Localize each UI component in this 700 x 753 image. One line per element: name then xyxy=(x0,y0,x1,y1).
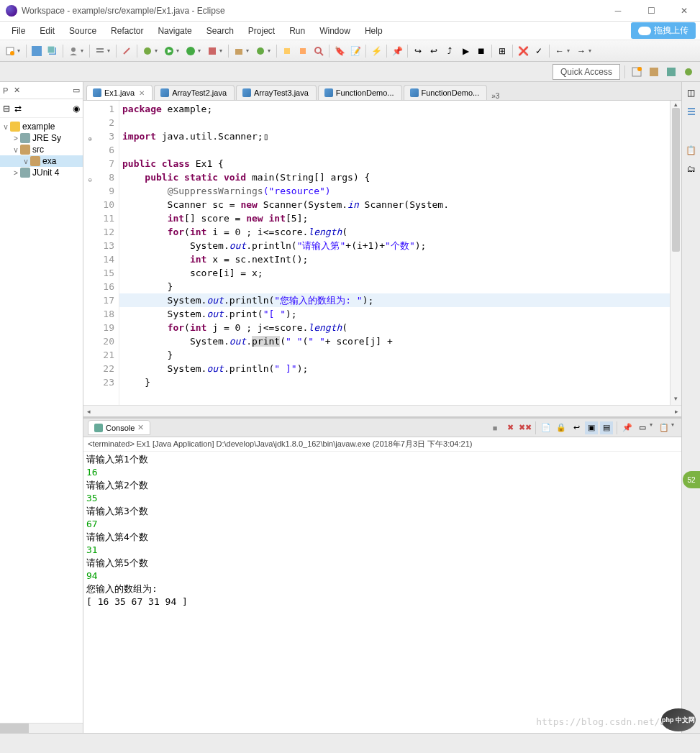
show-console2-button[interactable]: ▤ xyxy=(600,421,613,434)
pin-button[interactable]: 📌 xyxy=(390,44,404,58)
ext-tools-button[interactable] xyxy=(205,44,219,58)
toggle-mark-button[interactable]: 🔖 xyxy=(332,44,347,58)
sidebar-min-icon[interactable]: ▭ xyxy=(73,86,80,95)
menu-edit[interactable]: Edit xyxy=(32,24,62,38)
clear-console-button[interactable]: 📄 xyxy=(540,421,553,434)
menu-project[interactable]: Project xyxy=(241,24,282,38)
menu-window[interactable]: Window xyxy=(312,24,358,38)
link-editor-icon[interactable]: ⇄ xyxy=(14,104,22,114)
search-button[interactable] xyxy=(312,44,326,58)
back-button[interactable]: ← xyxy=(553,44,567,58)
tree-item[interactable]: vexample xyxy=(0,121,83,132)
new-button[interactable] xyxy=(3,44,17,58)
step3-button[interactable]: ⤴ xyxy=(442,44,457,58)
project-tree[interactable]: vexample>JRE Syvsrcvexa>JUnit 4 xyxy=(0,118,83,723)
sidebar-hscroll[interactable] xyxy=(0,723,83,733)
tasklist-icon[interactable]: 📋 xyxy=(685,144,698,157)
sidebar-toolbar: ⊟ ⇄ ◉ xyxy=(0,99,83,118)
scroll-lock-button[interactable]: 🔒 xyxy=(555,421,568,434)
perspective-javaee-button[interactable] xyxy=(664,65,678,79)
new-dropdown[interactable]: ▾ xyxy=(17,47,23,54)
menu-refactor[interactable]: Refactor xyxy=(104,24,150,38)
maximize-button[interactable]: ☐ xyxy=(641,4,661,18)
word-wrap-button[interactable]: ↩ xyxy=(570,421,583,434)
sidebar-tab-label[interactable]: P xyxy=(3,86,8,95)
new-pkg-button[interactable] xyxy=(232,44,246,58)
menu-help[interactable]: Help xyxy=(358,24,390,38)
tree-item[interactable]: >JRE Sy xyxy=(0,132,83,144)
forward-button[interactable]: → xyxy=(574,44,588,58)
console-tab-close-icon[interactable]: ✕ xyxy=(137,423,144,432)
debug-button[interactable] xyxy=(140,44,155,58)
menu-run[interactable]: Run xyxy=(282,24,312,38)
code-content[interactable]: package example;import java.util.Scanner… xyxy=(119,101,670,405)
svg-point-24 xyxy=(685,68,692,76)
open-type-button[interactable] xyxy=(280,44,294,58)
step2-button[interactable]: ↩ xyxy=(427,44,441,58)
editor-vscroll[interactable]: ▴▾ xyxy=(670,101,681,405)
step5-button[interactable]: ⏹ xyxy=(474,44,488,58)
show-console1-button[interactable]: ▣ xyxy=(585,421,598,434)
more-tabs-button[interactable]: »3 xyxy=(491,92,499,100)
editor-tab[interactable]: FunctionDemo... xyxy=(404,85,488,100)
wand-button[interactable] xyxy=(119,44,134,58)
skip-breakpoints-button[interactable]: ⚡ xyxy=(369,44,383,58)
save-button[interactable] xyxy=(29,44,44,58)
expand-button[interactable]: ⊞ xyxy=(495,44,509,58)
coverage-button[interactable] xyxy=(183,44,198,58)
restore-icon[interactable]: ◫ xyxy=(685,86,698,99)
tree-item[interactable]: vsrc xyxy=(0,144,83,155)
bookmarks-icon[interactable]: 🗂 xyxy=(685,163,698,175)
close-button[interactable]: ✕ xyxy=(674,4,694,18)
annotation-button[interactable]: 📝 xyxy=(348,44,363,58)
console-output[interactable]: 请输入第1个数16请输入第2个数35请输入第3个数67请输入第4个数31请输入第… xyxy=(83,452,681,733)
editor-tab[interactable]: FunctionDemo... xyxy=(318,85,402,100)
run-button[interactable] xyxy=(162,44,176,58)
sidebar-tab-close-icon[interactable]: ✕ xyxy=(14,86,20,95)
terminate-button[interactable]: ■ xyxy=(488,421,501,434)
tasks-button[interactable]: ✓ xyxy=(532,44,546,58)
tree-item[interactable]: >JUnit 4 xyxy=(0,167,83,178)
window-controls: ─ ☐ ✕ xyxy=(608,4,694,18)
focus-icon[interactable]: ◉ xyxy=(73,104,80,114)
collapse-all-icon[interactable]: ⊟ xyxy=(3,104,10,114)
upload-button[interactable]: 拖拽上传 xyxy=(631,22,696,39)
open-console-button[interactable]: 📋 xyxy=(658,421,671,434)
editor-tab[interactable]: ArrayTest3.java xyxy=(236,85,317,100)
perspective-open-button[interactable] xyxy=(629,65,644,79)
pin-console-button[interactable]: 📌 xyxy=(621,421,634,434)
step1-button[interactable]: ↪ xyxy=(411,44,425,58)
minimize-button[interactable]: ─ xyxy=(608,4,628,18)
new-class-button[interactable] xyxy=(253,44,268,58)
open-task-button[interactable] xyxy=(296,44,310,58)
tree-item[interactable]: vexa xyxy=(0,155,83,167)
menu-source[interactable]: Source xyxy=(62,24,104,38)
menu-navigate[interactable]: Navigate xyxy=(150,24,199,38)
editor-tab[interactable]: ArrayTest2.java xyxy=(154,85,235,100)
console-icon xyxy=(94,424,103,432)
save-all-button[interactable] xyxy=(45,44,60,58)
display-selected-button[interactable]: ▭ xyxy=(636,421,649,434)
editor-tab[interactable]: Ex1.java✕ xyxy=(86,85,153,100)
remove-all-button[interactable]: ✖✖ xyxy=(519,421,532,434)
remove-launch-button[interactable]: ✖ xyxy=(504,421,517,434)
problems-button[interactable]: ❌ xyxy=(516,44,530,58)
code-editor[interactable]: 123⊕678⊖91011121314151617181920212223 pa… xyxy=(83,101,681,405)
console-tab[interactable]: Console ✕ xyxy=(88,420,150,435)
toggle-button[interactable] xyxy=(93,44,107,58)
tab-close-icon[interactable]: ✕ xyxy=(139,89,145,97)
perspective-debug-button[interactable] xyxy=(681,65,696,79)
app-icon xyxy=(6,5,17,17)
quick-access-input[interactable]: Quick Access xyxy=(553,64,620,80)
step4-button[interactable]: ▶ xyxy=(458,44,473,58)
outline-icon[interactable] xyxy=(685,105,698,118)
menu-search[interactable]: Search xyxy=(199,24,241,38)
sidebar-tabs: P ✕ ▭ xyxy=(0,82,83,99)
corner-logo: php 中文网 xyxy=(661,708,696,731)
watermark-text: https://blog.csdn.net/an xyxy=(536,716,671,727)
editor-hscroll[interactable]: ◂▸ xyxy=(83,405,681,416)
menu-file[interactable]: File xyxy=(4,24,32,38)
line-gutter[interactable]: 123⊕678⊖91011121314151617181920212223 xyxy=(83,101,119,405)
perspective-java-button[interactable] xyxy=(647,65,661,79)
person-button[interactable] xyxy=(66,44,81,58)
